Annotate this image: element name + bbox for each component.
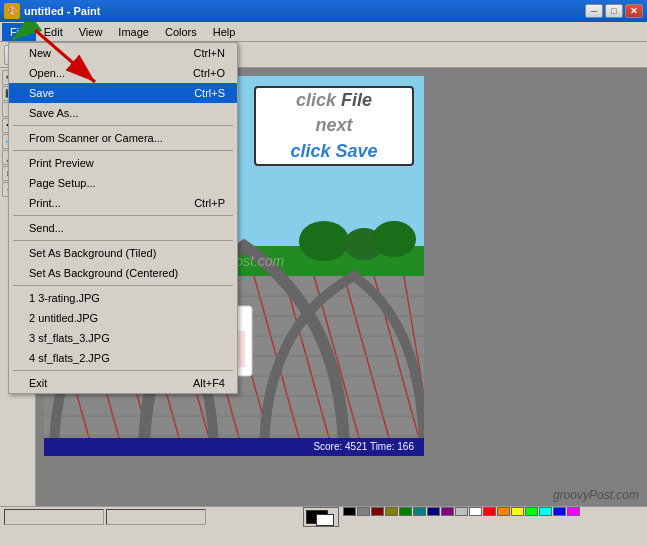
svg-text:Score: 4521  Time: 166: Score: 4521 Time: 166 [313,441,414,452]
menu-item-recent-4[interactable]: 4 sf_flats_2.JPG [9,348,237,368]
separator-2 [13,150,233,151]
maximize-button[interactable]: □ [605,4,623,18]
window-controls: ─ □ ✕ [585,4,643,18]
instruction-line2: next [315,113,352,138]
separator-3 [13,215,233,216]
menu-item-print[interactable]: Print... Ctrl+P [9,193,237,213]
menu-help[interactable]: Help [205,23,244,41]
menu-item-open[interactable]: Open... Ctrl+O [9,63,237,83]
color-selector[interactable] [303,507,339,527]
menu-item-send[interactable]: Send... [9,218,237,238]
menu-view[interactable]: View [71,23,111,41]
menu-item-save[interactable]: Save Ctrl+S [9,83,237,103]
file-dropdown-menu: New Ctrl+N Open... Ctrl+O Save Ctrl+S Sa… [8,42,238,394]
swatch-darkred[interactable] [371,507,384,516]
swatch-silver[interactable] [455,507,468,516]
menu-item-bg-tiled[interactable]: Set As Background (Tiled) [9,243,237,263]
swatch-purple[interactable] [441,507,454,516]
menu-item-save-as[interactable]: Save As... [9,103,237,123]
separator-1 [13,125,233,126]
swatch-white[interactable] [469,507,482,516]
menu-colors[interactable]: Colors [157,23,205,41]
menu-item-print-preview[interactable]: Print Preview [9,153,237,173]
instruction-line1: click File [296,88,372,113]
menu-item-recent-1[interactable]: 1 3-rating.JPG [9,288,237,308]
background-color [316,514,334,526]
menu-file[interactable]: File [2,23,36,41]
instruction-box: click File next click Save [254,86,414,166]
status-size [106,509,206,525]
separator-5 [13,285,233,286]
close-button[interactable]: ✕ [625,4,643,18]
swatch-olive[interactable] [385,507,398,516]
swatch-lime[interactable] [525,507,538,516]
menu-item-exit[interactable]: Exit Alt+F4 [9,373,237,393]
menu-edit[interactable]: Edit [36,23,71,41]
swatch-navy[interactable] [427,507,440,516]
swatch-blue[interactable] [553,507,566,516]
separator-4 [13,240,233,241]
instruction-line3: click Save [290,139,377,164]
swatch-green[interactable] [399,507,412,516]
svg-point-26 [299,221,349,261]
swatch-teal[interactable] [413,507,426,516]
menu-item-recent-2[interactable]: 2 untitled.JPG [9,308,237,328]
title-bar: 🎨 untitled - Paint ─ □ ✕ [0,0,647,22]
swatch-gray[interactable] [357,507,370,516]
app-icon: 🎨 [4,3,20,19]
menu-item-scanner[interactable]: From Scanner or Camera... [9,128,237,148]
status-coords [4,509,104,525]
swatch-yellow[interactable] [511,507,524,516]
menu-item-new[interactable]: New Ctrl+N [9,43,237,63]
menu-item-page-setup[interactable]: Page Setup... [9,173,237,193]
bottom-watermark: groovyPost.com [553,488,639,502]
window-title: untitled - Paint [24,5,585,17]
swatch-black[interactable] [343,507,356,516]
swatch-orange[interactable] [497,507,510,516]
status-bar [0,506,647,526]
swatch-magenta[interactable] [567,507,580,516]
separator-6 [13,370,233,371]
swatch-red[interactable] [483,507,496,516]
menu-item-bg-centered[interactable]: Set As Background (Centered) [9,263,237,283]
menu-image[interactable]: Image [110,23,157,41]
svg-point-28 [372,221,416,257]
menu-item-recent-3[interactable]: 3 sf_flats_3.JPG [9,328,237,348]
color-palette [343,507,643,527]
menu-bar: File Edit View Image Colors Help [0,22,647,42]
swatch-cyan[interactable] [539,507,552,516]
minimize-button[interactable]: ─ [585,4,603,18]
